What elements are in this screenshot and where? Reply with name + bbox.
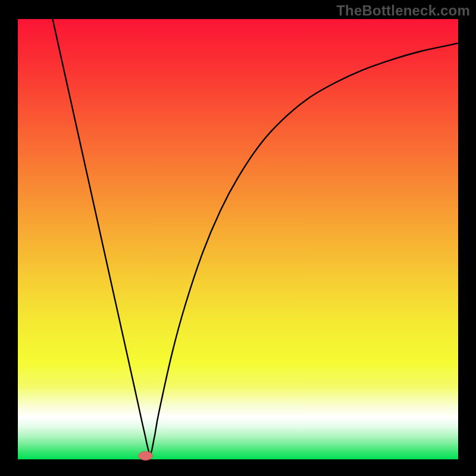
minimum-marker — [139, 452, 153, 461]
plot-background — [18, 19, 458, 459]
chart-frame: TheBottleneck.com — [0, 0, 476, 476]
bottleneck-chart — [0, 0, 476, 476]
